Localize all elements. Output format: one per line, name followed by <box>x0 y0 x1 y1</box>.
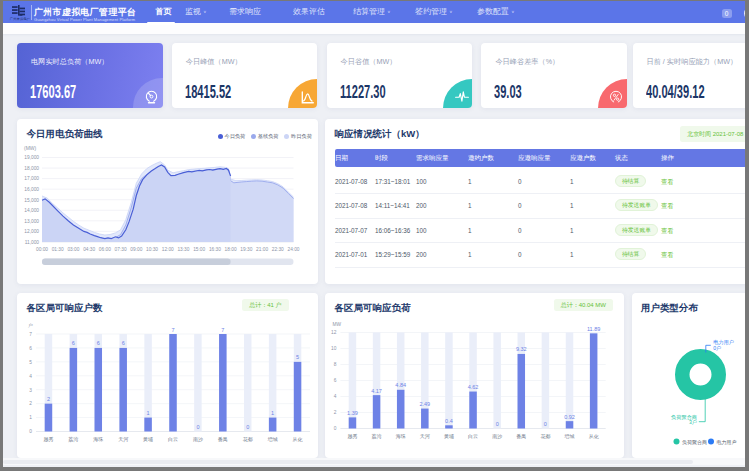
bar[interactable] <box>95 348 103 432</box>
bar[interactable] <box>219 334 227 432</box>
view-link[interactable]: 查看 <box>661 243 674 268</box>
table-cell: 100 <box>416 170 427 195</box>
y-tick-label: 18,000 <box>24 166 39 171</box>
nav-item-1[interactable]: 首页 <box>156 1 172 23</box>
bar[interactable] <box>397 390 405 429</box>
table-cell: 1 <box>468 194 472 219</box>
bar[interactable] <box>445 425 453 428</box>
x-tick-label: 15:00 <box>193 247 205 252</box>
bar-value-label: 0 <box>246 424 249 430</box>
percent-icon-path <box>611 91 622 102</box>
nav-item-label: 参数配置 <box>477 7 509 16</box>
kpi-card-response-capacity: 日前 / 实时响应能力（MW） 40.04/39.12 <box>633 43 749 108</box>
brand-logo-icon-g-rect <box>19 10 25 12</box>
category-label: 海珠 <box>93 436 103 443</box>
beijing-time-badge: 北京时间 2021-07-08 18:01 <box>680 126 749 142</box>
category-label: 从化 <box>589 433 599 440</box>
brand-logo-icon <box>12 5 26 17</box>
bar[interactable] <box>169 334 177 432</box>
legend-dot[interactable] <box>673 439 679 445</box>
bar-value-label: 2.49 <box>419 401 430 407</box>
nav-item-label: 监视 <box>185 7 201 16</box>
bar-value-label: 2 <box>47 396 50 402</box>
nav-item-2[interactable]: 监视∨ <box>185 1 207 23</box>
active-nav-underline <box>147 22 175 25</box>
bar[interactable] <box>45 404 53 432</box>
bar[interactable] <box>294 362 302 432</box>
table-row: 2021-07-0817:31~18:01100101待结算查看 <box>335 170 749 195</box>
nav-item-6[interactable]: 签约管理∨ <box>415 1 453 23</box>
table-cell: 200 <box>416 243 427 268</box>
chevron-down-icon: ∨ <box>203 2 207 20</box>
horizontal-scrollbar[interactable] <box>3 458 745 465</box>
bar[interactable] <box>349 417 357 428</box>
view-link[interactable]: 查看 <box>661 194 674 219</box>
user-type-chart: 负荷聚合商3户电力用户0户负荷聚合商电力用户 <box>632 293 749 457</box>
gauge-icon-path <box>146 91 156 101</box>
bar[interactable] <box>566 421 574 428</box>
nav-item-5[interactable]: 结算管理∨ <box>353 1 391 23</box>
kpi-value: 18415.52 <box>185 82 231 101</box>
response-table-panel: 响应情况统计（kW） 北京时间 2021-07-08 18:01 日期时段需求响… <box>325 119 749 284</box>
district-load-chart: 024681012MW1.39越秀4.17荔湾4.84海珠2.49天河0.4黄埔… <box>325 293 624 457</box>
y-tick-label: 3 <box>29 388 32 393</box>
category-label: 增城 <box>267 436 278 442</box>
bar[interactable] <box>144 418 152 432</box>
donut-ring[interactable] <box>682 356 719 393</box>
bar[interactable] <box>469 392 477 429</box>
brand-divider <box>31 5 32 20</box>
bar[interactable] <box>119 348 127 432</box>
bar-value-label: 6 <box>72 340 75 346</box>
bar-value-label: 1 <box>271 410 274 416</box>
bar[interactable] <box>590 333 598 428</box>
datazoom-thumb[interactable] <box>42 259 231 266</box>
nav-item-3[interactable]: 需求响应 <box>229 1 261 23</box>
status-badge: 待结算 <box>615 175 646 187</box>
kpi-card-valley: 今日谷值（MW） 11227.30 <box>327 43 473 108</box>
scrollbar-thumb[interactable] <box>3 460 693 464</box>
table-cell: 1 <box>468 219 472 244</box>
y-tick-label: 13,000 <box>24 219 39 224</box>
bar[interactable] <box>518 354 526 429</box>
table-cell: 16:06~16:36 <box>375 219 410 244</box>
nav-item-7[interactable]: 参数配置∨ <box>477 1 515 23</box>
x-tick-label: 06:00 <box>99 247 111 252</box>
status-badge: 待发送账单 <box>615 224 658 236</box>
brand-logo-caption: 广州虚拟电厂 <box>9 17 31 21</box>
y-axis-unit-label: (MW) <box>24 145 37 151</box>
table-header-row: 日期时段需求响应量邀约户数应邀响应量应邀户数状态操作 <box>335 149 749 167</box>
bar[interactable] <box>421 409 429 429</box>
brand-logo-icon-g-rect <box>12 9 18 11</box>
kpi-card-peak: 今日峰值（MW） 18415.52 <box>172 43 318 108</box>
bar-value-label: 7 <box>171 327 174 333</box>
kpi-value: 11227.30 <box>340 82 386 101</box>
x-tick-label: 19:30 <box>240 247 252 252</box>
y-tick-label: 1 <box>29 415 32 420</box>
legend-dot[interactable] <box>708 439 714 445</box>
category-label: 从化 <box>293 436 303 443</box>
bar-value-label: 0 <box>544 421 547 427</box>
table-cell: 0 <box>518 219 522 244</box>
category-label: 荔湾 <box>372 433 382 440</box>
brand-logo-icon-g-rect <box>18 5 20 16</box>
bar-value-label: 5 <box>296 354 299 360</box>
y-axis-unit-label: MW <box>332 322 341 327</box>
table-row: 2021-07-0115:29~15:59200101待结算查看 <box>335 243 749 268</box>
view-link[interactable]: 查看 <box>661 219 674 244</box>
x-tick-label: 09:00 <box>130 247 142 252</box>
peak-curve-icon <box>301 91 314 104</box>
brand-logo-icon-g-rect <box>12 12 18 14</box>
table-cell: 1 <box>570 170 574 195</box>
nav-item-4[interactable]: 效果评估 <box>293 1 325 23</box>
view-link[interactable]: 查看 <box>661 170 674 195</box>
percent-icon <box>609 90 623 104</box>
category-label: 越秀 <box>43 436 53 443</box>
bar[interactable] <box>70 348 78 432</box>
bar[interactable] <box>373 395 381 428</box>
table-column-header: 应邀户数 <box>570 149 596 167</box>
legend-label[interactable]: 负荷聚合商 <box>682 439 707 446</box>
notification-badge[interactable]: 0 <box>722 9 732 18</box>
x-tick-label: 21:00 <box>256 247 268 252</box>
bar[interactable] <box>269 418 277 432</box>
legend-label[interactable]: 电力用户 <box>716 439 736 446</box>
